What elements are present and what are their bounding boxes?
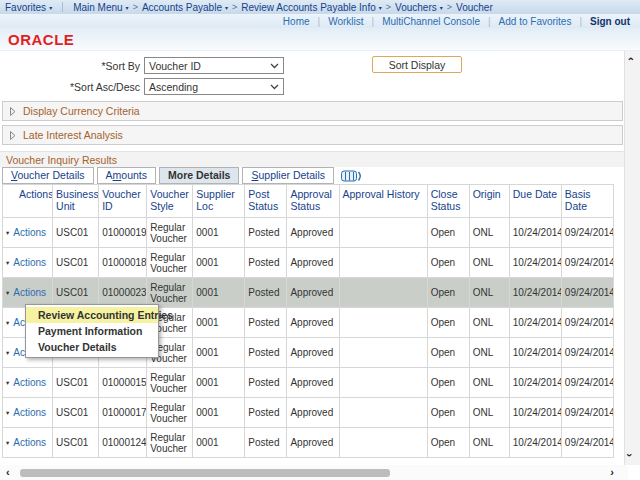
favorites-menu[interactable]: Favorites ▾ bbox=[5, 2, 52, 13]
tab-supplier-details[interactable]: Supplier Details bbox=[242, 167, 334, 184]
sort-asc-desc-label: *Sort Asc/Desc bbox=[0, 81, 140, 93]
actions-cell: ▾Actions bbox=[3, 398, 53, 428]
cell-approval_history bbox=[339, 278, 427, 308]
section-label: Late Interest Analysis bbox=[23, 129, 123, 141]
cell-post_status: Posted bbox=[245, 218, 287, 248]
vertical-scrollbar[interactable]: › › bbox=[624, 51, 640, 465]
actions-link[interactable]: Actions bbox=[13, 257, 46, 268]
breadcrumb-review-ap-info[interactable]: Review Accounts Payable Info ▾ bbox=[241, 2, 382, 13]
chevron-down-icon: ▾ bbox=[225, 4, 228, 11]
section-label: Display Currency Criteria bbox=[23, 105, 140, 117]
cell-close_status: Open bbox=[427, 398, 469, 428]
actions-caret-icon[interactable]: ▾ bbox=[6, 229, 9, 236]
actions-link[interactable]: Actions bbox=[13, 227, 46, 238]
horizontal-scrollbar[interactable]: ‹ › bbox=[0, 465, 628, 480]
chevron-down-icon bbox=[270, 84, 279, 90]
sign-out-link[interactable]: Sign out bbox=[590, 16, 630, 27]
utility-separator: | bbox=[318, 16, 321, 27]
tab-voucher-details[interactable]: Voucher Details bbox=[2, 167, 94, 184]
cell-basis_date: 09/24/2014 bbox=[561, 278, 613, 308]
cell-voucher_style: Regular Voucher bbox=[147, 218, 193, 248]
actions-caret-icon[interactable]: ▾ bbox=[6, 289, 9, 296]
scroll-right-icon[interactable]: › bbox=[610, 466, 614, 478]
sort-asc-desc-select[interactable]: Ascending bbox=[144, 78, 284, 95]
column-header: Approval History bbox=[339, 185, 427, 218]
table-row: ▾ActionsUSC0101000018Regular Voucher0001… bbox=[3, 248, 614, 278]
cell-voucher_style: Regular Voucher bbox=[147, 368, 193, 398]
cell-close_status: Open bbox=[427, 248, 469, 278]
display-currency-criteria-section[interactable]: Display Currency Criteria bbox=[2, 101, 623, 121]
sort-display-button[interactable]: Sort Display bbox=[372, 56, 462, 73]
home-link[interactable]: Home bbox=[283, 16, 310, 27]
table-row: ▾ActionsUSC0101000015Regular Voucher0001… bbox=[3, 368, 614, 398]
cell-due_date: 10/24/2014 bbox=[509, 368, 561, 398]
scroll-up-icon[interactable]: › bbox=[624, 57, 636, 61]
worklist-link[interactable]: Worklist bbox=[328, 16, 363, 27]
menu-item-review-accounting-entries[interactable]: Review Accounting Entries bbox=[26, 307, 158, 323]
menu-item-payment-information[interactable]: Payment Information bbox=[26, 323, 158, 339]
menu-item-voucher-details[interactable]: Voucher Details bbox=[26, 339, 158, 355]
cell-voucher_id: 01000019 bbox=[99, 218, 147, 248]
cell-basis_date: 09/24/2014 bbox=[561, 248, 613, 278]
sort-by-select[interactable]: Voucher ID bbox=[144, 57, 284, 74]
cell-voucher_id: 01000018 bbox=[99, 248, 147, 278]
tabs-row: Voucher DetailsAmountsMore DetailsSuppli… bbox=[2, 167, 625, 184]
cell-origin: ONL bbox=[469, 248, 509, 278]
multichannel-console-link[interactable]: MultiChannel Console bbox=[382, 16, 480, 27]
tab-more-details[interactable]: More Details bbox=[159, 167, 239, 184]
actions-caret-icon[interactable]: ▾ bbox=[6, 409, 9, 416]
tabs: Voucher DetailsAmountsMore DetailsSuppli… bbox=[2, 167, 337, 184]
actions-caret-icon[interactable]: ▾ bbox=[6, 439, 9, 446]
utility-separator: | bbox=[488, 16, 491, 27]
cell-post_status: Posted bbox=[245, 338, 287, 368]
cell-basis_date: 09/24/2014 bbox=[561, 398, 613, 428]
actions-link[interactable]: Actions bbox=[13, 287, 46, 298]
breadcrumb-vouchers[interactable]: Vouchers ▾ bbox=[395, 2, 443, 13]
breadcrumb-separator-icon: > bbox=[447, 2, 452, 12]
cell-supplier_loc: 0001 bbox=[193, 398, 245, 428]
crumb-label: Review Accounts Payable Info bbox=[241, 2, 376, 13]
cell-business_unit: USC01 bbox=[53, 428, 99, 458]
cell-close_status: Open bbox=[427, 368, 469, 398]
breadcrumb-accounts-payable[interactable]: Accounts Payable ▾ bbox=[142, 2, 228, 13]
table-row: ▾ActionsUSC0101000023Regular Voucher0001… bbox=[3, 278, 614, 308]
crumb-label: Voucher bbox=[456, 2, 493, 13]
cell-business_unit: USC01 bbox=[53, 278, 99, 308]
cell-post_status: Posted bbox=[245, 398, 287, 428]
actions-link[interactable]: Actions bbox=[13, 407, 46, 418]
tab-amounts[interactable]: Amounts bbox=[97, 167, 156, 184]
actions-caret-icon[interactable]: ▾ bbox=[6, 349, 9, 356]
actions-caret-icon[interactable]: ▾ bbox=[6, 259, 9, 266]
oracle-logo: ORACLE bbox=[8, 31, 74, 48]
column-header: Approval Status bbox=[287, 185, 339, 218]
scroll-left-icon[interactable]: ‹ bbox=[6, 466, 10, 478]
accesskey-underline: V bbox=[11, 169, 17, 181]
cell-approval_status: Approved bbox=[287, 368, 339, 398]
add-to-favorites-link[interactable]: Add to Favorites bbox=[499, 16, 572, 27]
cell-approval_history bbox=[339, 248, 427, 278]
show-all-columns-icon[interactable] bbox=[341, 170, 364, 182]
cell-basis_date: 09/24/2014 bbox=[561, 428, 613, 458]
cell-voucher_style: Regular Voucher bbox=[147, 248, 193, 278]
cell-close_status: Open bbox=[427, 218, 469, 248]
accesskey-underline: S bbox=[251, 169, 258, 181]
actions-caret-icon[interactable]: ▾ bbox=[6, 319, 9, 326]
horizontal-scrollbar-thumb[interactable] bbox=[20, 469, 390, 477]
cell-origin: ONL bbox=[469, 368, 509, 398]
scroll-down-icon[interactable]: › bbox=[624, 453, 636, 457]
actions-caret-icon[interactable]: ▾ bbox=[6, 379, 9, 386]
cell-voucher_style: Regular Voucher bbox=[147, 278, 193, 308]
cell-supplier_loc: 0001 bbox=[193, 218, 245, 248]
table-row: ▾ActionsUSC0101000017Regular Voucher0001… bbox=[3, 398, 614, 428]
cell-approval_history bbox=[339, 338, 427, 368]
late-interest-analysis-section[interactable]: Late Interest Analysis bbox=[2, 125, 623, 145]
breadcrumb-voucher[interactable]: Voucher bbox=[456, 2, 493, 13]
cell-due_date: 10/24/2014 bbox=[509, 428, 561, 458]
cell-basis_date: 09/24/2014 bbox=[561, 338, 613, 368]
cell-approval_history bbox=[339, 368, 427, 398]
cell-supplier_loc: 0001 bbox=[193, 308, 245, 338]
actions-link[interactable]: Actions bbox=[13, 377, 46, 388]
actions-link[interactable]: Actions bbox=[13, 437, 46, 448]
breadcrumb-main-menu[interactable]: Main Menu ▾ bbox=[73, 2, 128, 13]
cell-approval_status: Approved bbox=[287, 248, 339, 278]
